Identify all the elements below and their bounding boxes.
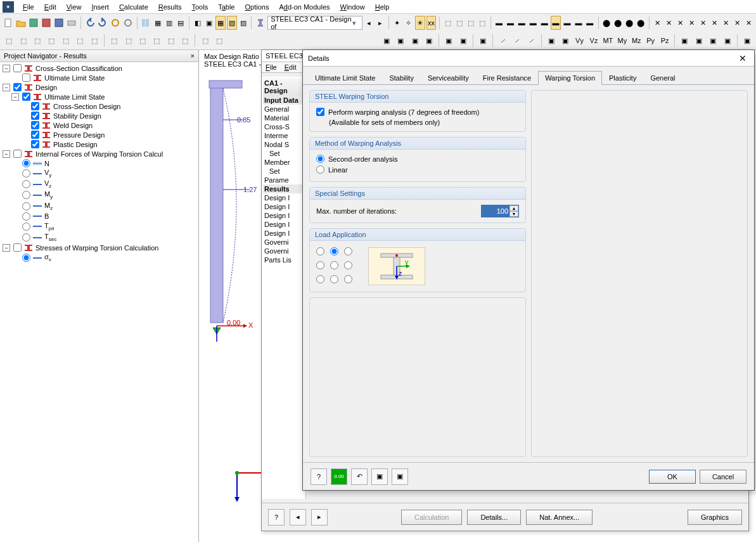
tb-icon[interactable]: Vy xyxy=(573,34,586,48)
load-pos-radio[interactable] xyxy=(330,274,343,284)
menu-window[interactable]: Window xyxy=(335,2,370,12)
tb-icon[interactable]: ▤ xyxy=(176,16,186,30)
tb-icon[interactable]: ▣ xyxy=(678,34,691,48)
menu-options[interactable]: Options xyxy=(240,2,274,12)
tree-collapse-icon[interactable]: − xyxy=(3,150,10,158)
nat-annex-button[interactable]: Nat. Annex... xyxy=(526,510,593,525)
tree-check[interactable] xyxy=(31,131,39,139)
tb-icon[interactable]: Mz xyxy=(630,34,643,48)
tb-icon[interactable]: ✕ xyxy=(710,16,720,30)
tb-icon[interactable]: ⬚ xyxy=(165,34,177,48)
tree-check[interactable] xyxy=(13,243,22,252)
load-pos-radio[interactable] xyxy=(316,260,329,270)
tb-icon[interactable]: Py xyxy=(644,34,657,48)
tb-icon[interactable]: ▬ xyxy=(562,16,572,30)
tab-serviceability[interactable]: Serviceability xyxy=(421,71,476,85)
tb-icon[interactable]: ▣ xyxy=(457,34,470,48)
load-pos-radio[interactable] xyxy=(330,246,343,256)
tree-check[interactable] xyxy=(31,112,39,120)
navigator-tree[interactable]: −Cross-Section Classification Ultimate L… xyxy=(0,62,198,542)
tb-icon[interactable]: Pz xyxy=(658,34,671,48)
menu-help[interactable]: Help xyxy=(370,2,395,12)
tb-icon[interactable]: ⬚ xyxy=(477,16,487,30)
tb-icon[interactable]: ⬚ xyxy=(122,34,134,48)
tb-icon[interactable]: ⬚ xyxy=(88,34,101,48)
save-icon[interactable] xyxy=(53,16,65,30)
menu-view[interactable]: View xyxy=(61,2,87,12)
menu-edit[interactable]: Edit xyxy=(39,2,61,12)
module-tab[interactable]: CA1 - Design xyxy=(263,78,304,96)
radio[interactable] xyxy=(316,165,324,174)
tb-icon[interactable]: ⬚ xyxy=(198,34,211,48)
spin-down-icon[interactable]: ▼ xyxy=(509,211,518,217)
tb-icon[interactable]: ▣ xyxy=(477,34,489,48)
tree-radio[interactable] xyxy=(22,212,30,221)
module-dropdown[interactable]: STEEL EC3 CA1 - Design of ▾ xyxy=(267,16,362,30)
load-pos-radio[interactable] xyxy=(344,260,357,270)
tb-icon[interactable]: ◧ xyxy=(193,16,203,30)
iterations-input[interactable] xyxy=(482,205,509,217)
units-icon[interactable]: 0.00 xyxy=(331,468,347,485)
tab-warping[interactable]: Warping Torsion xyxy=(538,71,602,85)
prev-icon[interactable]: ◂ xyxy=(290,509,306,526)
tree-check[interactable] xyxy=(22,93,30,101)
tb-icon[interactable]: ⬚ xyxy=(74,34,86,48)
tb-icon[interactable]: ▣ xyxy=(544,34,557,48)
tb-icon[interactable]: ⬚ xyxy=(179,34,191,48)
tb-icon[interactable] xyxy=(255,16,266,30)
tb-icon[interactable]: ⬤ xyxy=(602,16,612,30)
tb-icon[interactable]: ✕ xyxy=(743,16,753,30)
tb-icon[interactable]: ⬚ xyxy=(466,16,476,30)
tree-radio[interactable] xyxy=(22,223,30,231)
iterations-spinner[interactable]: ▲▼ xyxy=(481,205,519,217)
radio[interactable] xyxy=(316,155,324,163)
tb-icon[interactable]: ▣ xyxy=(408,34,421,48)
undo-icon[interactable] xyxy=(84,16,96,30)
tree-radio[interactable] xyxy=(22,159,30,167)
tree-check[interactable] xyxy=(31,121,39,129)
load-pos-radio[interactable] xyxy=(330,260,343,270)
tb-icon[interactable]: ▣ xyxy=(559,34,572,48)
tb-icon[interactable] xyxy=(140,16,151,30)
spin-up-icon[interactable]: ▲ xyxy=(509,205,518,211)
tb-icon[interactable]: ▬ xyxy=(573,16,584,30)
tree-check[interactable] xyxy=(31,140,39,148)
load-pos-radio[interactable] xyxy=(316,246,329,256)
tb-icon[interactable]: ✕ xyxy=(664,16,674,30)
menu-table[interactable]: Table xyxy=(213,2,240,12)
tree-radio[interactable] xyxy=(22,169,30,177)
tb-icon[interactable]: ⬚ xyxy=(108,34,120,48)
tab-fire[interactable]: Fire Resistance xyxy=(476,71,538,85)
tree-check[interactable] xyxy=(22,74,30,82)
radio-second-order[interactable]: Second-order analysis xyxy=(316,155,519,163)
tool-icon[interactable]: ▣ xyxy=(371,468,388,485)
radio-linear[interactable]: Linear xyxy=(316,165,519,174)
tree-radio[interactable] xyxy=(22,202,30,210)
tb-icon[interactable]: ✕ xyxy=(698,16,708,30)
tb-icon[interactable]: MT xyxy=(601,34,614,48)
tb-icon[interactable]: ⟋ xyxy=(525,34,537,48)
tb-icon[interactable]: ▬ xyxy=(528,16,538,30)
tree-radio[interactable] xyxy=(22,180,30,188)
new-icon[interactable] xyxy=(3,16,14,30)
tb-icon[interactable]: ✧ xyxy=(404,16,414,30)
tb-icon[interactable]: ⬚ xyxy=(45,34,58,48)
tb-icon[interactable]: ▧ xyxy=(227,16,237,30)
tb-icon[interactable]: ▬ xyxy=(505,16,515,30)
menu-tools[interactable]: Tools xyxy=(186,2,213,12)
tree-check[interactable] xyxy=(13,83,22,91)
tab-general[interactable]: General xyxy=(643,71,682,85)
tb-icon[interactable]: ⬚ xyxy=(60,34,72,48)
warping-checkbox-row[interactable]: Perform warping analysis (7 degrees of f… xyxy=(316,108,519,116)
tb-icon[interactable]: ⟋ xyxy=(511,34,523,48)
tree-radio[interactable] xyxy=(22,191,30,199)
tb-icon[interactable]: ▣ xyxy=(394,34,407,48)
tb-icon[interactable]: ▬ xyxy=(539,16,549,30)
tree-collapse-icon[interactable]: − xyxy=(3,65,10,72)
tree-radio[interactable] xyxy=(22,233,30,242)
tree-collapse-icon[interactable]: − xyxy=(3,244,10,252)
menu-addon[interactable]: Add-on Modules xyxy=(274,2,335,12)
module-menu-file[interactable]: File xyxy=(266,63,277,71)
tree-check[interactable] xyxy=(13,64,22,72)
ok-button[interactable]: OK xyxy=(649,470,696,484)
